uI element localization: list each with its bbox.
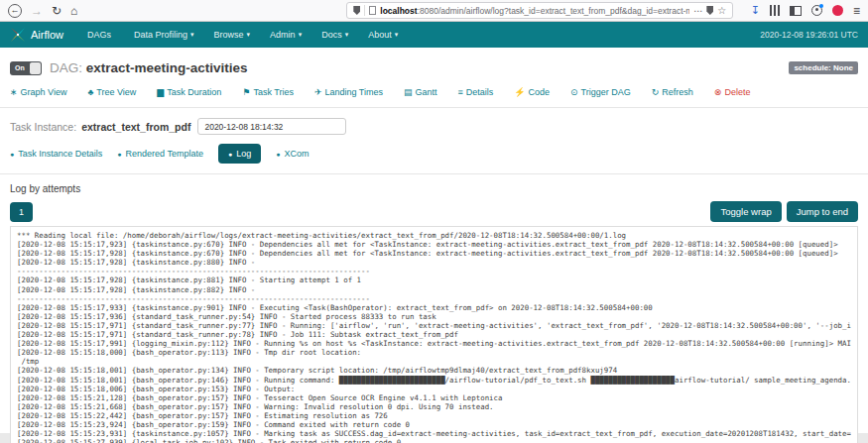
- log-line: /tmp: [17, 357, 851, 366]
- chevron-down-icon: ▾: [247, 31, 251, 39]
- library-icon[interactable]: [770, 5, 780, 16]
- delete-dag-button[interactable]: ⊗Delete: [714, 87, 751, 97]
- log-line: [2020-12-08 15:15:23,931] {taskinstance.…: [17, 429, 851, 438]
- tab-details[interactable]: ≡Details: [458, 87, 494, 97]
- log-line: [2020-12-08 15:15:17,933] {taskinstance.…: [17, 303, 851, 312]
- log-buttons: Toggle wrap Jump to end: [710, 201, 858, 222]
- tab-log[interactable]: ●Log: [218, 144, 261, 164]
- url-text[interactable]: localhost:8080/admin/airflow/log?task_id…: [380, 6, 689, 16]
- log-line: [2020-12-08 15:15:17,928] {taskinstance.…: [17, 249, 851, 258]
- page-content: On DAG: extract-meeting-activities sched…: [0, 48, 868, 433]
- circle-icon: ●: [10, 151, 14, 158]
- url-divider: [364, 5, 365, 16]
- tab-landing-times[interactable]: ✈Landing Times: [314, 87, 383, 97]
- log-line: [2020-12-08 15:15:21,668] {bash_operator…: [17, 402, 851, 411]
- log-line: *** Reading local file: /home/deborah/ai…: [17, 231, 851, 240]
- refresh-icon: ↻: [652, 87, 660, 97]
- jump-to-end-button[interactable]: Jump to end: [787, 201, 858, 222]
- chevron-down-icon: ▾: [395, 31, 399, 39]
- circle-icon: ●: [276, 151, 280, 158]
- tab-task-instance-details[interactable]: ●Task Instance Details: [10, 149, 102, 159]
- utc-clock: 2020-12-08 19:26:01 UTC: [760, 30, 858, 40]
- dag-view-tabs: ∗Graph View ♣Tree View ▆Task Duration ⚑T…: [0, 78, 868, 107]
- tab-xcom[interactable]: ●XCom: [276, 149, 309, 159]
- log-section: Log by attempts 1 Toggle wrap Jump to en…: [0, 174, 868, 443]
- page-icon: [369, 6, 376, 15]
- nav-item-data-profiling[interactable]: Data Profiling▾: [124, 30, 204, 40]
- menu-icon[interactable]: ≡: [853, 4, 860, 18]
- nav-item-admin[interactable]: Admin▾: [260, 30, 311, 40]
- home-button[interactable]: ⌂: [70, 5, 77, 17]
- back-button[interactable]: ←: [8, 4, 22, 18]
- circle-icon: ●: [228, 151, 232, 158]
- tree-view-icon: ♣: [87, 87, 93, 97]
- log-line: [2020-12-08 15:15:17,971] {standard_task…: [17, 321, 851, 330]
- log-line: [2020-12-08 15:15:23,924] {bash_operator…: [17, 420, 851, 429]
- log-line: [2020-12-08 15:15:17,991] {logging_mixin…: [17, 339, 851, 348]
- log-line: [2020-12-08 15:15:17,928] {taskinstance.…: [17, 276, 851, 284]
- tab-code[interactable]: ⚡Code: [514, 87, 550, 97]
- nav-item-browse[interactable]: Browse▾: [204, 30, 261, 40]
- dag-header: On DAG: extract-meeting-activities sched…: [0, 48, 868, 78]
- trigger-icon: ⊙: [570, 87, 578, 97]
- log-line: [2020-12-08 15:15:17,936] {standard_task…: [17, 312, 851, 321]
- tab-gantt[interactable]: ▤Gantt: [404, 87, 437, 97]
- account-icon[interactable]: [811, 5, 822, 16]
- log-line: [2020-12-08 15:15:18,000] {bash_operator…: [17, 348, 851, 357]
- log-line: [2020-12-08 15:15:17,971] {standard_task…: [17, 330, 851, 339]
- attempt-row: 1 Toggle wrap Jump to end: [10, 201, 858, 222]
- bar-chart-icon: ▆: [157, 87, 164, 97]
- bookmark-star-icon[interactable]: ☆: [717, 5, 726, 16]
- refresh-button[interactable]: ↻Refresh: [652, 87, 693, 97]
- airflow-brand-label: Airflow: [31, 29, 63, 41]
- airflow-brand[interactable]: Airflow: [10, 27, 63, 43]
- toggle-wrap-button[interactable]: Toggle wrap: [710, 201, 781, 222]
- tab-rendered-template[interactable]: ●Rendered Template: [117, 149, 203, 159]
- tab-graph-view[interactable]: ∗Graph View: [10, 87, 66, 97]
- page-actions-icon[interactable]: ⋯: [693, 6, 702, 16]
- tab-task-tries[interactable]: ⚑Task Tries: [242, 87, 294, 97]
- log-line: ----------------------------------------…: [17, 294, 851, 303]
- url-bar[interactable]: localhost:8080/admin/airflow/log?task_id…: [346, 2, 733, 19]
- log-heading: Log by attempts: [10, 183, 858, 194]
- forward-button[interactable]: →: [31, 5, 43, 17]
- log-line: [2020-12-08 15:15:27,939] {local_task_jo…: [17, 438, 851, 443]
- pocket-icon[interactable]: [706, 6, 713, 15]
- log-line: [2020-12-08 15:15:18,006] {bash_operator…: [17, 385, 851, 393]
- browser-action-icons: ↧ ≡: [751, 4, 860, 18]
- dag-title-prefix: DAG:: [50, 60, 82, 75]
- task-instance-label: Task Instance:: [10, 121, 76, 133]
- chevron-down-icon: ▾: [345, 31, 349, 39]
- attempt-1-tab[interactable]: 1: [10, 202, 33, 222]
- log-line: [2020-12-08 15:15:18,001] {bash_operator…: [17, 376, 851, 385]
- log-line: [2020-12-08 15:15:22,442] {bash_operator…: [17, 411, 851, 420]
- downloads-icon[interactable]: ↧: [751, 4, 760, 17]
- sidebar-icon[interactable]: [790, 6, 802, 16]
- dag-pause-toggle[interactable]: On: [10, 61, 42, 75]
- dag-name: extract-meeting-activities: [86, 60, 248, 75]
- log-output: *** Reading local file: /home/deborah/ai…: [10, 226, 858, 443]
- extension-icon[interactable]: [832, 5, 843, 16]
- circle-icon: ●: [117, 151, 121, 158]
- graph-view-icon: ∗: [10, 87, 18, 97]
- log-line: [2020-12-08 15:15:18,001] {bash_operator…: [17, 366, 851, 375]
- url-host: localhost: [380, 6, 417, 16]
- chevron-down-icon: ▾: [190, 31, 194, 39]
- log-line: [2020-12-08 15:15:17,923] {taskinstance.…: [17, 240, 851, 249]
- url-path: :8080/admin/airflow/log?task_id=extract_…: [418, 6, 690, 16]
- execution-date-input[interactable]: [197, 118, 346, 135]
- tab-tree-view[interactable]: ♣Tree View: [87, 87, 136, 97]
- log-line: [2020-12-08 15:15:17,928] {taskinstance.…: [17, 258, 851, 267]
- log-line: [2020-12-08 15:15:21,128] {bash_operator…: [17, 393, 851, 402]
- log-line: ----------------------------------------…: [17, 267, 851, 276]
- task-instance-row: Task Instance: extract_text_from_pdf: [0, 108, 868, 140]
- chevron-down-icon: ▾: [299, 31, 303, 39]
- nav-item-docs[interactable]: Docs▾: [311, 30, 358, 40]
- tab-task-duration[interactable]: ▆Task Duration: [157, 87, 221, 97]
- delete-icon: ⊗: [714, 87, 722, 97]
- reload-button[interactable]: ↻: [52, 5, 62, 17]
- trigger-dag-button[interactable]: ⊙Trigger DAG: [570, 87, 631, 97]
- nav-item-dags[interactable]: DAGs: [77, 30, 124, 40]
- nav-item-about[interactable]: About▾: [358, 30, 408, 40]
- tracking-protection-icon[interactable]: [353, 6, 360, 15]
